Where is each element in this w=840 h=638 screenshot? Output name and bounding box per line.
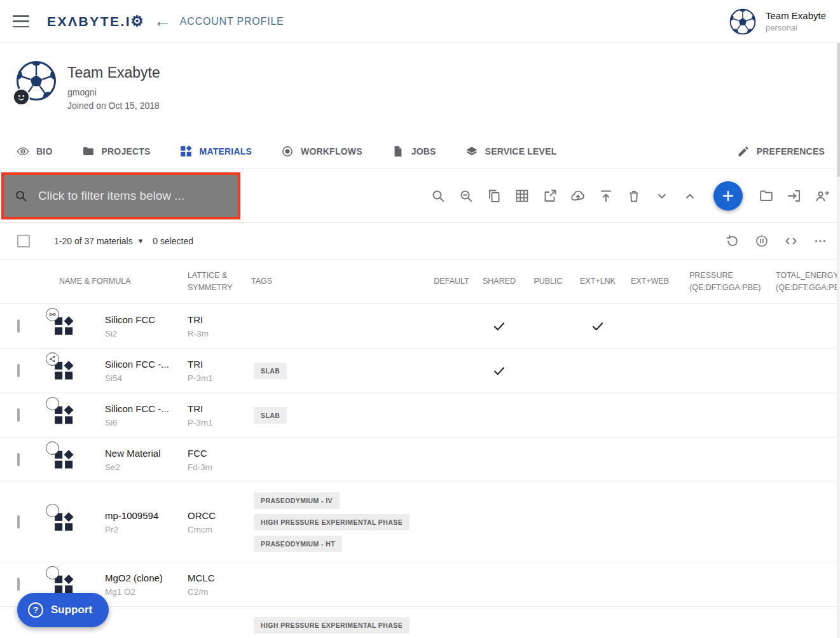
profile-joined-date: Joined on Oct 15, 2018 xyxy=(67,101,160,111)
col-total-energy: TOTAL_ENERGY(QE:DFT:GGA:PBE) xyxy=(772,270,840,294)
menu-icon[interactable] xyxy=(13,15,29,27)
filter-input-highlighted[interactable]: Click to filter items below ... xyxy=(1,172,240,219)
tab-label: WORKFLOWS xyxy=(301,146,362,156)
chevron-up-icon[interactable] xyxy=(682,188,698,204)
symmetry-group: C2/m xyxy=(188,587,240,597)
material-name[interactable]: Silicon FCC xyxy=(105,314,175,325)
account-chip[interactable]: Team Exabyte personal xyxy=(729,8,826,35)
badge-icon xyxy=(46,566,59,579)
row-checkbox[interactable] xyxy=(17,515,20,529)
material-formula: Se2 xyxy=(105,462,175,472)
list-controls: 1-20 of 37 materials ▾ 0 selected xyxy=(0,223,840,260)
group-add-icon[interactable] xyxy=(815,188,830,204)
material-name[interactable]: mp-1009594 xyxy=(105,510,175,521)
row-checkbox[interactable] xyxy=(17,319,20,333)
table-header: NAME & FORMULA LATTICE &SYMMETRY TAGS DE… xyxy=(0,260,840,304)
cloud-upload-icon[interactable] xyxy=(570,188,586,204)
material-name[interactable]: Silicon FCC -... xyxy=(105,359,175,370)
tag-chip: PRASEODYMIUM - IV xyxy=(254,492,340,509)
grid-icon[interactable] xyxy=(514,188,530,204)
search-minus-icon[interactable] xyxy=(458,188,474,204)
check-icon xyxy=(492,364,506,378)
tab-service-level[interactable]: SERVICE LEVEL xyxy=(465,145,557,158)
select-all-checkbox[interactable] xyxy=(17,235,30,247)
search-icon[interactable] xyxy=(430,188,446,204)
preferences-button[interactable]: PREFERENCES xyxy=(737,145,825,158)
support-label: Support xyxy=(51,604,92,616)
gear-icon: ⚙ xyxy=(130,13,144,30)
history-icon[interactable] xyxy=(726,234,740,248)
badge-icon xyxy=(46,441,59,455)
table-row: Silicon FCC -... Si6 TRI P-3m1 SLAB xyxy=(0,393,840,438)
badge-icon xyxy=(46,397,59,410)
symmetry-group: Fd-3m xyxy=(188,462,240,472)
tab-label: PREFERENCES xyxy=(757,146,825,156)
table-row: Silicon FCC Si2 TRI R-3m xyxy=(0,304,840,349)
scrollbar-thumb[interactable] xyxy=(837,43,840,177)
row-checkbox[interactable] xyxy=(17,578,20,591)
flag-shared xyxy=(474,364,524,378)
check-icon xyxy=(591,319,605,333)
toolbar-actions xyxy=(430,169,830,222)
material-name[interactable]: MgO2 (clone) xyxy=(105,572,175,583)
material-name[interactable]: Silicon FCC -... xyxy=(105,403,175,414)
profile-header: Team Exabyte gmogni Joined on Oct 15, 20… xyxy=(0,43,840,134)
tab-bio[interactable]: BIO xyxy=(17,145,53,158)
robot-face-badge-icon xyxy=(13,88,30,106)
tab-projects[interactable]: PROJECTS xyxy=(82,145,151,158)
add-material-button[interactable] xyxy=(713,181,743,211)
material-name[interactable]: New Material xyxy=(105,448,175,459)
materials-count: 1-20 of 37 materials xyxy=(54,236,133,246)
account-profile-page: EXΛBYTE.I⚙ ← ACCOUNT PROFILE Team Exabyt… xyxy=(0,0,840,638)
col-lattice-symmetry: LATTICE &SYMMETRY xyxy=(175,270,240,294)
copy-icon[interactable] xyxy=(486,188,502,204)
row-checkbox[interactable] xyxy=(17,453,20,466)
account-context: personal xyxy=(766,23,826,32)
lattice-type: MCLC xyxy=(188,572,240,583)
plus-icon xyxy=(720,188,736,204)
exabyte-logo[interactable]: EXΛBYTE.I⚙ xyxy=(47,13,144,30)
profile-name: Team Exabyte xyxy=(67,64,160,81)
eye-icon xyxy=(17,145,29,158)
row-checkbox[interactable] xyxy=(17,364,20,377)
col-shared: SHARED xyxy=(474,275,524,288)
selected-count: 0 selected xyxy=(153,236,193,246)
row-checkbox[interactable] xyxy=(17,408,20,422)
search-icon xyxy=(14,189,28,203)
tab-workflows[interactable]: WORKFLOWS xyxy=(281,145,362,158)
lattice-type: TRI xyxy=(188,359,240,370)
account-name: Team Exabyte xyxy=(766,10,826,21)
publish-icon[interactable] xyxy=(598,188,614,204)
lattice-type: TRI xyxy=(188,314,240,325)
table-row: New Material Se2 FCC Fd-3m xyxy=(0,438,840,482)
flag-ext-lnk xyxy=(572,319,623,333)
scrollbar[interactable] xyxy=(837,43,840,638)
back-arrow-icon[interactable]: ← xyxy=(154,13,171,30)
tab-materials[interactable]: MATERIALS xyxy=(180,145,252,158)
tab-jobs[interactable]: JOBS xyxy=(392,145,436,158)
material-formula: Si2 xyxy=(105,329,175,338)
caret-down-icon: ▾ xyxy=(139,236,143,246)
tags-cell: HIGH PRESSURE EXPERIMENTAL PHASE xyxy=(240,617,429,638)
exit-to-app-icon[interactable] xyxy=(787,188,802,204)
table-row: Silicon FCC -... Si54 TRI P-3m1 SLAB xyxy=(0,349,840,393)
more-horiz-icon[interactable] xyxy=(813,234,827,248)
chevron-down-icon[interactable] xyxy=(654,188,670,204)
question-icon: ? xyxy=(28,602,43,618)
badge-icon xyxy=(46,504,59,517)
col-default: DEFAULT xyxy=(429,275,474,288)
materials-count-dropdown[interactable]: 1-20 of 37 materials ▾ xyxy=(54,236,142,246)
profile-tabs: BIO PROJECTS MATERIALS WORKFLOWS JOBS SE… xyxy=(0,134,840,169)
folder-icon[interactable] xyxy=(759,188,774,204)
open-in-new-icon[interactable] xyxy=(542,188,558,204)
support-button[interactable]: ? Support xyxy=(17,593,109,627)
delete-icon[interactable] xyxy=(626,188,642,204)
code-icon[interactable] xyxy=(784,234,798,248)
table-row: HIGH PRESSURE EXPERIMENTAL PHASE xyxy=(0,607,840,638)
pause-circle-icon[interactable] xyxy=(755,234,769,248)
filter-placeholder: Click to filter items below ... xyxy=(38,189,184,203)
table-row: MgO2 (clone) Mg1 O2 MCLC C2/m xyxy=(0,562,840,607)
tab-label: PROJECTS xyxy=(102,146,151,156)
materials-icon xyxy=(180,145,193,158)
symmetry-group: Cmcm xyxy=(188,525,240,534)
